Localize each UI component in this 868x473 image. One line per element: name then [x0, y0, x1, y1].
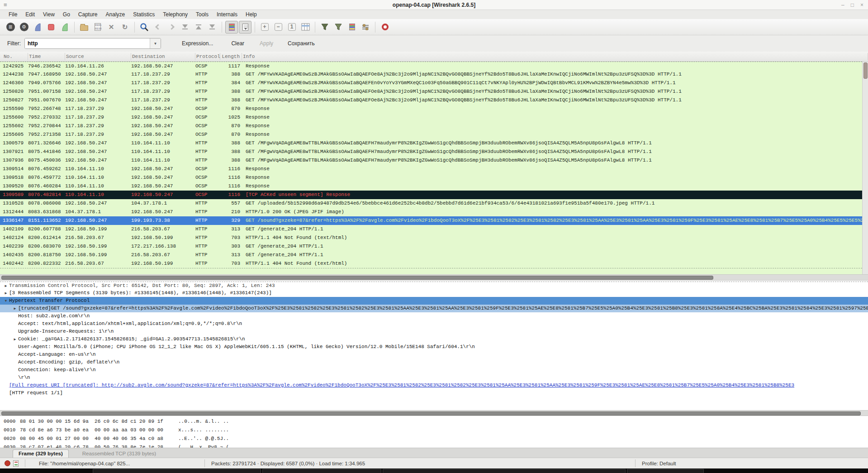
start-capture-button[interactable] [31, 21, 44, 33]
column-header-no[interactable]: No. [3, 53, 28, 60]
detail-line[interactable]: [Full request URI [truncated]: http://su… [0, 382, 868, 389]
zoom-100-button[interactable]: 1 [285, 21, 298, 33]
packet-row[interactable]: 13361478151.113652192.168.50.247199.193.… [0, 216, 862, 225]
hex-row[interactable]: 001078 cd 8e a6 73 be a0 ea 00 00 aa aa … [0, 426, 868, 435]
detail-line[interactable]: Connection: keep-alive\r\n [0, 366, 868, 374]
menu-capture[interactable]: Capture [74, 10, 102, 19]
packet-row[interactable]: 12508277951.007670192.168.50.247117.18.2… [0, 96, 862, 105]
packet-row[interactable]: 12508207951.007158192.168.50.247117.18.2… [0, 87, 862, 96]
packet-row[interactable]: 12556057952.271358117.18.237.29192.168.5… [0, 130, 862, 139]
menu-edit[interactable]: Edit [21, 10, 39, 19]
detail-line[interactable]: ▶[truncated]GET /sound?gxzeke=87&refer=h… [0, 305, 868, 312]
capture-options-button[interactable]: ⚙ [18, 21, 30, 33]
packet-row[interactable]: 13095148076.459262110.164.11.10192.168.5… [0, 165, 862, 173]
save-filter-button[interactable]: Сохранить [285, 39, 318, 48]
zoom-out-button[interactable]: − [272, 21, 285, 33]
clear-button[interactable]: Clear [228, 39, 247, 48]
open-file-button[interactable] [78, 21, 90, 33]
menu-go[interactable]: Go [59, 10, 74, 19]
menu-telephony[interactable]: Telephony [159, 10, 192, 19]
restart-capture-button[interactable] [58, 21, 71, 33]
menu-tools[interactable]: Tools [192, 10, 213, 19]
preferences-button[interactable] [359, 21, 372, 33]
save-file-button[interactable]: 01010110 [91, 21, 104, 33]
auto-scroll-button[interactable] [239, 21, 251, 33]
packet-row[interactable]: 12556007952.270332117.18.237.29192.168.5… [0, 113, 862, 122]
column-header-source[interactable]: Source [65, 53, 131, 60]
detail-hscrollbar[interactable] [0, 410, 868, 416]
column-header-info[interactable]: Info [242, 53, 868, 60]
packet-row[interactable]: 13105288078.086008192.168.50.247104.37.1… [0, 199, 862, 208]
hscrollbar-thumb[interactable] [1, 276, 713, 280]
expand-icon[interactable]: ▶ [12, 305, 18, 312]
zoom-in-button[interactable]: + [258, 21, 271, 33]
menu-analyze[interactable]: Analyze [102, 10, 129, 19]
vscrollbar-thumb[interactable] [863, 62, 868, 79]
expert-info-icon[interactable] [5, 460, 10, 466]
filter-input[interactable] [25, 38, 150, 48]
display-filters-button[interactable] [332, 21, 345, 33]
close-file-button[interactable]: ✕ [105, 21, 118, 33]
taskbar-item[interactable] [383, 469, 626, 473]
colorize-button[interactable] [225, 21, 238, 33]
stop-capture-button[interactable] [45, 21, 57, 33]
detail-line[interactable]: Upgrade-Insecure-Requests: 1\r\n [0, 328, 868, 335]
packet-row[interactable]: 14021098200.607788192.168.50.199216.58.2… [0, 225, 862, 234]
detail-line[interactable]: ▶Cookie: _ga=GA1.2.1714826137.1545826815… [0, 335, 868, 343]
minimize-button[interactable]: – [841, 2, 844, 8]
help-button[interactable] [379, 21, 391, 33]
packet-row[interactable]: 13005798071.326646192.168.50.247110.164.… [0, 139, 862, 148]
filter-dropdown-button[interactable]: ▼ [150, 38, 161, 48]
menu-view[interactable]: View [39, 10, 59, 19]
detail-line[interactable]: Accept: text/html,application/xhtml+xml,… [0, 320, 868, 328]
detail-line[interactable]: Host: sub2.avgle.com\r\n [0, 312, 868, 320]
go-back-button[interactable] [152, 21, 164, 33]
expand-icon[interactable]: ▶ [3, 282, 9, 289]
menu-file[interactable]: File [5, 10, 21, 19]
packet-row[interactable]: 13124448083.631868104.37.178.1192.168.50… [0, 208, 862, 216]
hex-row[interactable]: 002008 00 45 00 01 27 00 00 40 00 40 06 … [0, 435, 868, 443]
maximize-button[interactable]: □ [851, 2, 854, 8]
go-forward-button[interactable] [165, 21, 178, 33]
capture-comment-icon[interactable] [13, 460, 19, 467]
packet-row[interactable]: 12555907952.266748117.18.237.29192.168.5… [0, 105, 862, 113]
packet-list-hscrollbar[interactable] [0, 274, 868, 281]
detail-line[interactable]: ▶[3 Reassembled TCP Segments (3139 bytes… [0, 289, 868, 297]
packet-row[interactable]: 13095208076.460284110.164.11.10192.168.5… [0, 182, 862, 191]
packet-row[interactable]: 14024428200.822332216.58.203.67192.168.5… [0, 259, 862, 268]
apply-button[interactable]: Apply [257, 39, 276, 48]
go-to-bottom-button[interactable] [206, 21, 218, 33]
packet-row[interactable]: 14024358200.818750192.168.50.199216.58.2… [0, 251, 862, 259]
hex-row[interactable]: 000088 01 30 00 00 15 6d 9a 26 c0 6c 8d … [0, 417, 868, 426]
capture-filters-button[interactable] [318, 21, 331, 33]
column-header-destination[interactable]: Destination [131, 53, 195, 60]
expand-icon[interactable]: ▶ [12, 335, 18, 343]
detail-line[interactable]: ▼Hypertext Transfer Protocol [0, 297, 868, 305]
packet-row[interactable]: 13095898076.482814110.164.11.10192.168.5… [0, 191, 862, 199]
reload-file-button[interactable]: ↻ [119, 21, 131, 33]
column-header-time[interactable]: Time [28, 53, 65, 60]
menu-statistics[interactable]: Statistics [129, 10, 159, 19]
collapse-icon[interactable]: ▼ [3, 297, 9, 305]
detail-line[interactable]: Accept-Encoding: gzip, deflate\r\n [0, 358, 868, 366]
go-to-packet-button[interactable] [179, 21, 191, 33]
column-header-protocol[interactable]: Protocol [195, 53, 220, 60]
taskbar-item[interactable] [627, 469, 704, 473]
tab-reassembled-tcp[interactable]: Reassembled TCP (3139 bytes) [77, 450, 161, 458]
coloring-rules-button[interactable] [346, 21, 358, 33]
packet-row[interactable]: 12429257946.236542110.164.11.26192.168.5… [0, 62, 862, 70]
packet-row[interactable]: 14021248200.612414216.58.203.67192.168.5… [0, 234, 862, 242]
menu-help[interactable]: Help [242, 10, 261, 19]
hex-row[interactable]: 003028 c7 07 e1 48 20 c6 78 00 50 76 38 … [0, 443, 868, 448]
close-button[interactable]: × [860, 2, 863, 8]
taskbar-item[interactable] [93, 469, 261, 473]
column-header-length[interactable]: Length [220, 53, 242, 60]
expand-icon[interactable]: ▶ [3, 289, 9, 297]
resize-columns-button[interactable] [299, 21, 312, 33]
packet-row[interactable]: 12556027952.270844117.18.237.29192.168.5… [0, 122, 862, 130]
hscrollbar-thumb[interactable] [1, 411, 861, 416]
detail-line[interactable]: Accept-Language: en-us\r\n [0, 351, 868, 358]
go-to-top-button[interactable] [192, 21, 205, 33]
tab-frame[interactable]: Frame (329 bytes) [13, 449, 69, 458]
packet-row[interactable]: 12463607949.075766192.168.50.247117.18.2… [0, 79, 862, 87]
